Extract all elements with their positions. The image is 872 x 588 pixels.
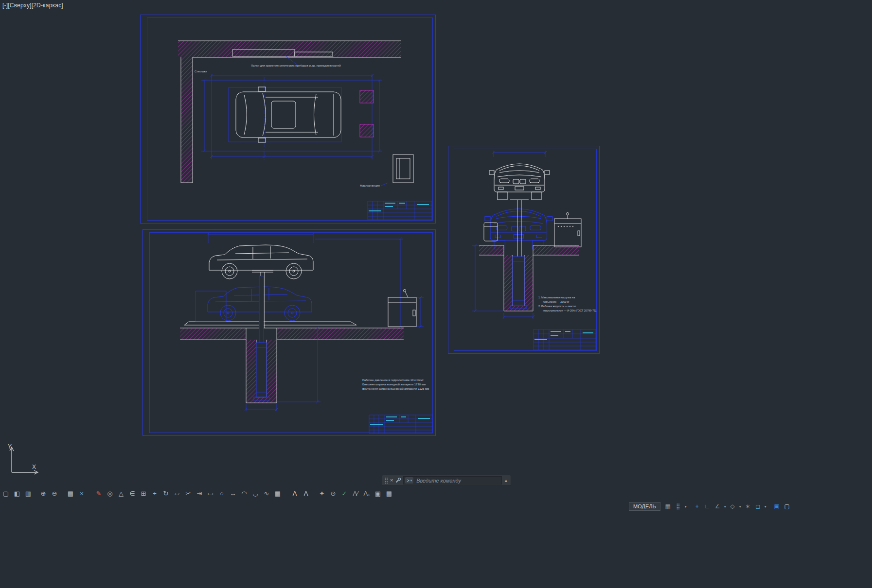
rack-label: Стеллажи: [195, 70, 207, 73]
shelf-note-label: Полки для хранения оптических приборов и…: [251, 64, 341, 67]
grid-display-icon[interactable]: ▦: [663, 502, 673, 511]
stretch-icon[interactable]: ↔: [228, 488, 238, 498]
text-mtext-icon[interactable]: A: [301, 488, 311, 498]
plan-dimensions[interactable]: [201, 56, 388, 186]
title-block-text-marks: [370, 416, 430, 425]
snap-mode-icon[interactable]: ⣿: [674, 502, 683, 511]
spline-icon[interactable]: ∿: [262, 488, 271, 498]
pump-station-plan[interactable]: [393, 155, 413, 183]
annotative-text-icon[interactable]: A₁: [362, 488, 372, 498]
move-icon[interactable]: +: [150, 488, 160, 498]
plan-view-drawing[interactable]: [140, 15, 436, 224]
ucs-y-label: Y: [8, 443, 12, 450]
viewport-controls[interactable]: [-][Сверху][2D-каркас]: [2, 2, 63, 9]
note-line: Внутренняя ширина выездной аппарели 1125…: [362, 387, 429, 391]
command-palette[interactable]: × > ▾ Введите команду ▲: [382, 475, 511, 486]
close-icon[interactable]: ×: [390, 478, 393, 483]
arc-icon[interactable]: ◡: [250, 488, 260, 498]
dynamic-input-icon[interactable]: +: [693, 502, 702, 511]
car-raised-front-view[interactable]: [489, 164, 550, 200]
model-space-canvas[interactable]: [-][Сверху][2D-каркас]: [0, 0, 872, 588]
sheet-side-view[interactable]: Рабочее давление в гидросистеме 10 кгс/с…: [142, 229, 436, 436]
copy-clip-icon[interactable]: ▤: [66, 488, 75, 498]
car-top-view[interactable]: [236, 87, 341, 142]
ground-hatch[interactable]: [180, 328, 404, 403]
rotate-icon[interactable]: ↻: [161, 488, 171, 498]
spell-check-icon[interactable]: ✓: [339, 488, 349, 498]
bottom-toolbar: ▢◧▥⊕⊖▤×✎◎△∈⊞+↻▱✂⇥▭○↔◠◡∿▦AA✦⊙✓A∕A₁▣▤: [1, 488, 394, 499]
hardware-acceleration-icon[interactable]: ▢: [783, 502, 792, 511]
side-view-drawing[interactable]: [142, 229, 436, 436]
offset-icon[interactable]: ∈: [127, 488, 137, 498]
rectangle-icon[interactable]: ▭: [206, 488, 215, 498]
framed-text-icon[interactable]: ▣: [373, 488, 383, 498]
front-view-drawing[interactable]: [448, 146, 600, 354]
status-toggles: ▦⣿▾+∟∠▾◇▾∗◻▾▣▢: [663, 502, 792, 511]
extend-icon[interactable]: ⇥: [195, 488, 204, 498]
note-line: Рабочее давление в гидросистеме 10 кгс/с…: [362, 378, 429, 382]
note-line: индустриальное — И-20А (ГОСТ 20799-75).: [538, 309, 597, 313]
oil-tank[interactable]: [484, 223, 498, 241]
polar-dropdown-icon[interactable]: ▾: [723, 502, 727, 511]
mirror-icon[interactable]: △: [116, 488, 126, 498]
pump-cabinet[interactable]: [388, 290, 416, 327]
car-raised-side-view[interactable]: [209, 245, 313, 279]
sheet-front-view[interactable]: 1. Максимальная нагрузка наподъемник — 2…: [448, 146, 600, 354]
scale-icon[interactable]: ▱: [172, 488, 182, 498]
table-icon[interactable]: ▤: [384, 488, 394, 498]
status-bar: МОДЕЛЬ ▦⣿▾+∟∠▾◇▾∗◻▾▣▢: [629, 501, 792, 512]
chevron-down-icon: ▾: [410, 479, 412, 483]
circle-icon[interactable]: ○: [217, 488, 227, 498]
array-icon[interactable]: ⊞: [139, 488, 148, 498]
draw-pencil-icon[interactable]: ✎: [94, 488, 104, 498]
detail-box[interactable]: [196, 291, 226, 321]
wheel-stops[interactable]: [360, 90, 374, 137]
ortho-mode-icon[interactable]: ∟: [703, 502, 712, 511]
note-line: 2. Рабочая жидкость — масло: [538, 304, 597, 309]
zoom-out-icon[interactable]: ⊖: [50, 488, 59, 498]
selection-window-icon[interactable]: ▢: [1, 488, 11, 498]
pump-cabinet[interactable]: [554, 213, 581, 247]
lasso-selection-icon[interactable]: ◧: [12, 488, 22, 498]
sheet-plan-view[interactable]: Полки для хранения оптических приборов и…: [140, 15, 436, 224]
fence-selection-icon[interactable]: ▥: [23, 488, 33, 498]
isodraft-icon[interactable]: ◇: [728, 502, 737, 511]
pump-station-label: Маслостанция: [360, 184, 380, 187]
copy-icon[interactable]: ◎: [105, 488, 115, 498]
osnap-tracking-icon[interactable]: ∗: [743, 502, 752, 511]
zoom-in-icon[interactable]: ⊕: [38, 488, 48, 498]
text-align-icon[interactable]: A∕: [351, 488, 360, 498]
ucs-x-label: X: [32, 464, 36, 470]
point-icon[interactable]: ✦: [317, 488, 327, 498]
palette-drag-grip[interactable]: [385, 477, 388, 484]
block-icon[interactable]: ▦: [273, 488, 283, 498]
command-input[interactable]: > ▾ Введите команду: [403, 476, 502, 484]
erase-icon[interactable]: ×: [77, 488, 87, 498]
isolate-objects-icon[interactable]: ▣: [772, 502, 782, 511]
note-line: Внешняя ширина выездной аппарели 1730 мм: [362, 382, 429, 387]
snap-dropdown-icon[interactable]: ▾: [684, 502, 688, 511]
car-lowered-front-view[interactable]: [485, 209, 552, 249]
command-placeholder: Введите команду: [416, 478, 461, 484]
polar-tracking-icon[interactable]: ∠: [713, 502, 722, 511]
side-view-notes: Рабочее давление в гидросистеме 10 кгс/с…: [362, 378, 429, 391]
osnap-dropdown-icon[interactable]: ▾: [764, 502, 767, 511]
title-block-text-marks: [369, 203, 429, 211]
fillet-icon[interactable]: ◠: [239, 488, 249, 498]
command-prompt-icon[interactable]: > ▾: [405, 477, 413, 484]
note-line: подъемник — 2000 кг: [538, 300, 597, 304]
trim-icon[interactable]: ✂: [183, 488, 193, 498]
text-single-icon[interactable]: A: [290, 488, 300, 498]
isodraft-dropdown-icon[interactable]: ▾: [738, 502, 742, 511]
hydraulic-cylinder[interactable]: [510, 257, 527, 309]
zoom-object-icon[interactable]: ⊙: [328, 488, 338, 498]
note-line: 1. Максимальная нагрузка на: [538, 295, 597, 300]
prompt-chevron: >: [407, 478, 409, 483]
model-space-button[interactable]: МОДЕЛЬ: [629, 502, 660, 511]
front-view-notes: 1. Максимальная нагрузка наподъемник — 2…: [538, 295, 597, 313]
customize-icon[interactable]: [395, 477, 401, 484]
history-toggle-icon[interactable]: ▲: [504, 478, 508, 483]
osnap-icon[interactable]: ◻: [753, 502, 763, 511]
